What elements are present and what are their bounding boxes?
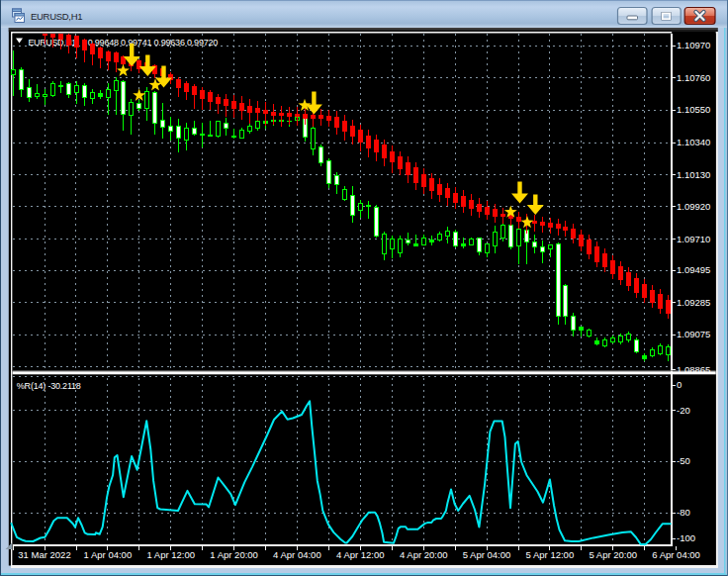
- svg-text:4 Apr 12:00: 4 Apr 12:00: [336, 549, 385, 560]
- svg-text:4 Apr 20:00: 4 Apr 20:00: [400, 549, 448, 560]
- svg-text:5 Apr 04:00: 5 Apr 04:00: [463, 549, 511, 560]
- svg-text:1 Apr 20:00: 1 Apr 20:00: [210, 549, 258, 560]
- svg-text:1.09075: 1.09075: [677, 329, 710, 339]
- svg-text:1.09285: 1.09285: [677, 297, 710, 308]
- svg-text:1.08865: 1.08865: [677, 364, 710, 375]
- svg-text:1.10340: 1.10340: [677, 137, 710, 147]
- svg-text:1.10970: 1.10970: [677, 40, 710, 50]
- svg-text:1.09710: 1.09710: [677, 234, 710, 244]
- svg-text:0: 0: [677, 379, 682, 390]
- svg-text:1 Apr 12:00: 1 Apr 12:00: [146, 549, 195, 560]
- svg-text:-80: -80: [677, 507, 690, 518]
- svg-text:5 Apr 20:00: 5 Apr 20:00: [589, 549, 637, 560]
- svg-text:1.09495: 1.09495: [677, 264, 710, 275]
- svg-text:%R(14) -30.2118: %R(14) -30.2118: [17, 381, 81, 391]
- svg-text:6 Apr 04:00: 6 Apr 04:00: [652, 549, 700, 560]
- svg-text:-50: -50: [677, 455, 690, 466]
- svg-text:1 Apr 04:00: 1 Apr 04:00: [84, 549, 133, 560]
- svg-text:1.10130: 1.10130: [677, 169, 710, 180]
- svg-text:1.10550: 1.10550: [677, 104, 710, 115]
- svg-text:1.09920: 1.09920: [677, 201, 710, 212]
- svg-text:-100: -100: [677, 532, 695, 543]
- svg-text:-20: -20: [677, 405, 690, 416]
- svg-text:31 Mar 2022: 31 Mar 2022: [18, 549, 70, 560]
- svg-text:0.99648 0.99741 0.99636 0.9972: 0.99648 0.99741 0.99636 0.99720: [88, 38, 219, 48]
- svg-text:5 Apr 12:00: 5 Apr 12:00: [526, 549, 575, 560]
- svg-text:EURUSD,H1: EURUSD,H1: [31, 11, 82, 22]
- svg-text:1.10760: 1.10760: [677, 72, 710, 83]
- svg-text:4 Apr 04:00: 4 Apr 04:00: [273, 549, 321, 560]
